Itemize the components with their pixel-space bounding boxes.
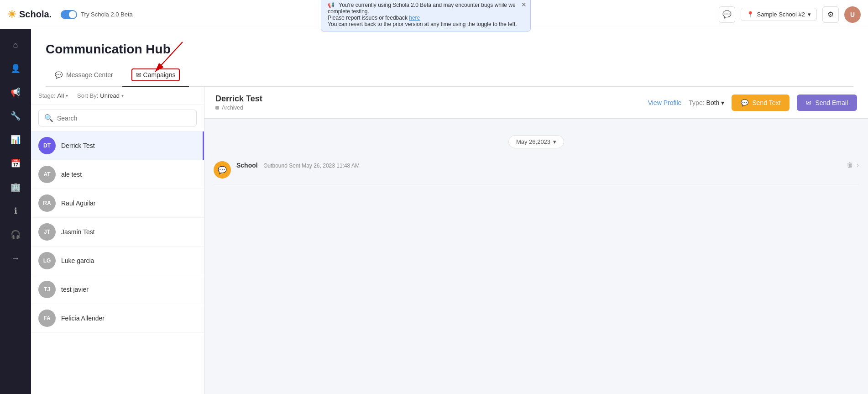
banner-text-3: You can revert back to the prior version… (328, 21, 517, 27)
date-badge[interactable]: May 26,2023 ▾ (508, 135, 564, 148)
message-panel: Derrick Test Archived View Profile Type:… (204, 87, 868, 394)
contact-avatar: RA (38, 194, 56, 212)
sidebar-item-tools[interactable]: 🔧 (5, 106, 26, 126)
contact-avatar: AT (38, 166, 56, 183)
contact-name: Jasmin Test (61, 228, 95, 236)
contact-item[interactable]: TJ test javier (31, 275, 204, 304)
headphone-icon: 🎧 (10, 230, 21, 240)
chevron-down-icon: ▾ (808, 11, 811, 18)
contact-name: ale test (61, 171, 82, 178)
tab-campaigns-label: Campaigns (143, 71, 176, 79)
notification-banner: 📢 You're currently using Schola 2.0 Beta… (138, 0, 714, 32)
sidebar-item-building[interactable]: 🏢 (5, 177, 26, 197)
gear-icon: ⚙ (827, 10, 834, 19)
date-chevron-icon: ▾ (553, 138, 556, 145)
sidebar-item-users[interactable]: 👤 (5, 58, 26, 79)
logo-text: Schola. (19, 9, 52, 20)
tabs-bar: 💬 Message Center ✉ Campaigns (46, 64, 853, 87)
pin-icon: 📍 (747, 11, 754, 18)
building-icon: 🏢 (10, 182, 21, 192)
chat-icon-button[interactable]: 💬 (719, 6, 735, 23)
message-center-icon: 💬 (55, 71, 63, 79)
message-sender: School (236, 162, 258, 169)
search-input[interactable] (57, 115, 191, 122)
message-content: School Outbound Sent May 26, 2023 11:48 … (236, 161, 841, 169)
beta-label: Try Schola 2.0 Beta (81, 11, 133, 18)
contact-item[interactable]: AT ale test (31, 160, 204, 189)
send-text-button[interactable]: 💬 Send Text (732, 95, 790, 111)
sidebar-item-chart[interactable]: 📊 (5, 130, 26, 150)
contact-avatar: TJ (38, 281, 56, 298)
contact-item[interactable]: JT Jasmin Test (31, 218, 204, 247)
sidebar-item-home[interactable]: ⌂ (5, 35, 26, 55)
tab-campaigns[interactable]: ✉ Campaigns (122, 64, 189, 87)
contact-item[interactable]: RA Raul Aguilar (31, 189, 204, 218)
search-icon: 🔍 (44, 114, 53, 122)
message-contact-info: Derrick Test Archived (215, 94, 641, 111)
chart-icon: 📊 (10, 135, 21, 145)
contact-item[interactable]: LG Luke garcia (31, 247, 204, 275)
page-title: Communication Hub (46, 42, 853, 57)
beta-toggle-area[interactable]: Try Schola 2.0 Beta (61, 10, 133, 19)
banner-link[interactable]: here (409, 15, 420, 21)
sort-filter[interactable]: Sort By: Unread ▾ (77, 92, 124, 99)
banner-box: 📢 You're currently using Schola 2.0 Beta… (321, 0, 531, 32)
megaphone-icon: 📢 (10, 87, 21, 97)
sidebar-item-headphone[interactable]: 🎧 (5, 225, 26, 245)
sidebar-item-arrow[interactable]: → (5, 248, 26, 268)
contacts-panel: Stage: All ▾ Sort By: Unread ▾ 🔍 (31, 87, 204, 394)
contact-name: Felicia Allender (61, 315, 105, 322)
megaphone-icon: 📢 (328, 2, 335, 8)
type-label: Type: (689, 99, 704, 106)
type-value: Both (706, 99, 720, 106)
campaigns-icon: ✉ (136, 71, 141, 79)
school-name: Sample School #2 (757, 11, 805, 18)
banner-text-2: Please report issues or feedback (328, 15, 408, 21)
tab-message-center[interactable]: 💬 Message Center (46, 64, 122, 87)
message-contact-status: Archived (215, 105, 641, 111)
avatar[interactable]: U (844, 6, 861, 23)
contact-item[interactable]: FA Felicia Allender (31, 304, 204, 333)
page-header: Communication Hub 💬 Message Center ✉ Cam… (31, 29, 868, 87)
tab-message-center-label: Message Center (66, 71, 113, 79)
message-icon: 💬 (218, 166, 227, 174)
tools-icon: 🔧 (10, 111, 21, 121)
info-icon: ℹ (14, 206, 17, 216)
contact-name: test javier (61, 286, 89, 293)
message-avatar: 💬 (214, 161, 231, 179)
view-profile-button[interactable]: View Profile (648, 99, 682, 106)
delete-icon[interactable]: 🗑 (847, 161, 853, 168)
close-icon[interactable]: ✕ (521, 1, 527, 8)
contact-avatar: JT (38, 223, 56, 241)
users-icon: 👤 (10, 63, 21, 74)
expand-icon[interactable]: › (857, 161, 859, 168)
beta-toggle-switch[interactable] (61, 10, 77, 19)
calendar-icon: 📅 (10, 158, 21, 168)
search-input-wrap: 🔍 (38, 110, 197, 126)
stage-chevron-icon: ▾ (66, 93, 68, 98)
school-selector[interactable]: 📍 Sample School #2 ▾ (741, 8, 817, 21)
status-dot (215, 106, 219, 110)
avatar-initials: U (850, 11, 855, 18)
sidebar-item-calendar[interactable]: 📅 (5, 153, 26, 173)
type-chevron-icon: ▾ (721, 99, 724, 106)
sidebar: ⌂ 👤 📢 🔧 📊 📅 🏢 ℹ 🎧 → (0, 29, 31, 394)
sort-chevron-icon: ▾ (121, 93, 124, 98)
message-contact-name: Derrick Test (215, 94, 641, 104)
send-text-label: Send Text (752, 99, 780, 106)
body-split: Stage: All ▾ Sort By: Unread ▾ 🔍 (31, 87, 868, 394)
message-entry: 💬 School Outbound Sent May 26, 2023 11:4… (214, 156, 859, 184)
stage-filter[interactable]: Stage: All ▾ (38, 92, 68, 99)
sort-value: Unread (100, 92, 120, 99)
logo: ☀ Schola. (7, 9, 52, 21)
contact-avatar: LG (38, 252, 56, 269)
stage-value: All (58, 92, 64, 99)
sidebar-item-info[interactable]: ℹ (5, 201, 26, 221)
send-email-button[interactable]: ✉ Send Email (797, 95, 857, 111)
send-text-icon: 💬 (741, 99, 748, 106)
sidebar-item-communication[interactable]: 📢 (5, 82, 26, 102)
contact-item[interactable]: DT Derrick Test (31, 131, 204, 160)
type-selector[interactable]: Type: Both ▾ (689, 99, 724, 106)
settings-button[interactable]: ⚙ (822, 6, 839, 23)
messages-area: May 26,2023 ▾ 💬 School Outbound Sent (204, 119, 868, 394)
